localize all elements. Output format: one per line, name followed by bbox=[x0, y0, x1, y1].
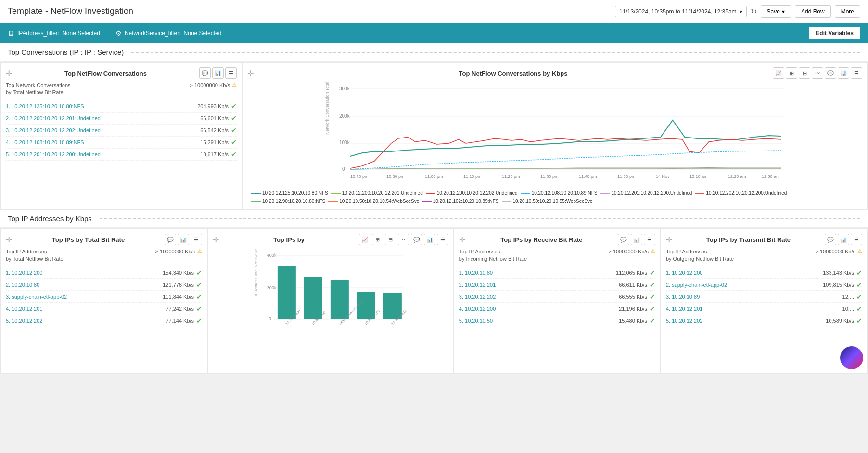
list-item-label[interactable]: 4. 10.20.12.108:10.20.10.89:NFS bbox=[6, 139, 84, 145]
bar-tool-button[interactable]: 📈 bbox=[773, 67, 784, 79]
list-item-label[interactable]: 3. 10.20.12.202 bbox=[459, 294, 496, 300]
list-item-value: 66,611 Kb/s ✔ bbox=[619, 281, 655, 289]
legend-item: 10.20.12.102:10.20.10.89:NFS bbox=[422, 199, 499, 204]
svg-text:12:30 am: 12:30 am bbox=[762, 174, 780, 179]
list-item: 3. 10.20.12.200:10.20.12.202:Undefined 6… bbox=[6, 125, 237, 137]
date-range-selector[interactable]: 11/13/2024, 10:35pm to 11/14/2024, 12:35… bbox=[615, 6, 747, 17]
list-item-label[interactable]: 4. 10.20.12.200 bbox=[459, 306, 496, 312]
bar-tool-button[interactable]: 📊 bbox=[178, 234, 189, 245]
drag-handle[interactable]: ✛ bbox=[666, 235, 672, 244]
svg-text:0: 0 bbox=[342, 166, 345, 172]
chart2-tool-button[interactable]: 📊 bbox=[424, 234, 435, 245]
status-ok-icon: ✔ bbox=[856, 293, 862, 301]
list-item-label[interactable]: 1. 10.20.12.200 bbox=[6, 270, 42, 276]
comment-tool-button[interactable]: 💬 bbox=[618, 234, 629, 245]
list-item-label[interactable]: 2. 10.20.12.200:10.20.12.201:Undefined bbox=[6, 115, 101, 121]
drag-handle[interactable]: ✛ bbox=[6, 69, 12, 78]
legend-item: 10.20.12.202:10.20.12.200:Undefined bbox=[695, 190, 787, 196]
list-item-value: 77,242 Kb/s ✔ bbox=[166, 305, 202, 313]
list-item-label[interactable]: 2. 10.20.12.201 bbox=[459, 282, 496, 288]
menu-tool-button[interactable]: ☰ bbox=[225, 67, 237, 79]
network-filter-link[interactable]: None Selected bbox=[184, 30, 222, 37]
add-row-button[interactable]: Add Row bbox=[795, 5, 831, 18]
edit-variables-button[interactable]: Edit Variables bbox=[809, 27, 860, 39]
list-item-label[interactable]: 4. 10.20.12.201 bbox=[666, 306, 702, 312]
list-item-label[interactable]: 2. supply-chain-etl-app-02 bbox=[666, 282, 727, 288]
refresh-button[interactable]: ↻ bbox=[751, 7, 757, 16]
panel-tools: 📈 ⊞ ⊟ 〰 💬 📊 ☰ bbox=[773, 67, 862, 79]
meta-label: Top Network Conversationsby Total Netflo… bbox=[6, 82, 71, 97]
scatter-tool-button[interactable]: ⊞ bbox=[786, 67, 797, 79]
table-tool-button[interactable]: ⊟ bbox=[385, 234, 396, 245]
list-item-label[interactable]: 2. 10.20.10.80 bbox=[6, 282, 39, 288]
comment-tool-button[interactable]: 💬 bbox=[199, 67, 211, 79]
list-item-label[interactable]: 3. 10.20.12.200:10.20.12.202:Undefined bbox=[6, 127, 101, 133]
list-item-label[interactable]: 3. supply-chain-etl-app-02 bbox=[6, 294, 67, 300]
comment-tool-button[interactable]: 💬 bbox=[411, 234, 422, 245]
menu-tool-button[interactable]: ☰ bbox=[851, 234, 862, 245]
drag-handle[interactable]: ✛ bbox=[247, 69, 254, 78]
list-item-label[interactable]: 3. 10.20.10.89 bbox=[666, 294, 700, 300]
legend-item: 10.20.12.201:10.20.12.200:Undefined bbox=[600, 190, 692, 196]
more-button[interactable]: More bbox=[835, 5, 860, 18]
list-item: 5. 10.20.12.201:10.20.12.200:Undefined 1… bbox=[6, 149, 237, 161]
legend-item: 10.20.12.108:10.20.10.89:NFS bbox=[521, 190, 598, 196]
svg-text:12:10 am: 12:10 am bbox=[689, 174, 708, 179]
drag-handle[interactable]: ✛ bbox=[213, 235, 219, 244]
comment-tool-button[interactable]: 💬 bbox=[165, 234, 176, 245]
menu-tool-button[interactable]: ☰ bbox=[644, 234, 655, 245]
page-title: Template - NetFlow Investigation bbox=[8, 6, 133, 16]
legend-item: 10.20.10.50:10.20.10.54:WebSecSvc bbox=[328, 199, 419, 204]
list-item: 2. supply-chain-etl-app-02 109,815 Kb/s … bbox=[666, 279, 862, 291]
top-header: Template - NetFlow Investigation 11/13/2… bbox=[0, 0, 868, 23]
chart2-tool-button[interactable]: 📊 bbox=[838, 67, 849, 79]
list-meta: Top IP Addressesby Total Netflow Bit Rat… bbox=[6, 248, 202, 263]
ips-receive-list: 1. 10.20.10.80 112,065 Kb/s ✔ 2. 10.20.1… bbox=[459, 267, 655, 327]
list-item-label[interactable]: 5. 10.20.12.202 bbox=[6, 318, 42, 324]
top-ips-total-panel: ✛ Top IPs by Total Bit Rate 💬 📊 ☰ Top IP… bbox=[1, 229, 207, 373]
line-chart-container: 300k 200k 100k 0 Network Conversation To… bbox=[247, 82, 862, 188]
svg-text:11:10 pm: 11:10 pm bbox=[463, 174, 482, 179]
bar-tool-button[interactable]: 📊 bbox=[838, 234, 849, 245]
panel-tools: 💬 📊 ☰ bbox=[199, 67, 237, 79]
list-meta: Top IP Addressesby Outgoing Netflow Bit … bbox=[666, 248, 862, 263]
list-item-label[interactable]: 1. 10.20.12.200 bbox=[666, 270, 702, 276]
list-item-value: 66,601 Kb/s ✔ bbox=[200, 114, 237, 122]
menu-tool-button[interactable]: ☰ bbox=[191, 234, 202, 245]
legend-color bbox=[251, 193, 261, 194]
line-tool-button[interactable]: 〰 bbox=[812, 67, 823, 79]
drag-handle[interactable]: ✛ bbox=[6, 235, 12, 244]
legend-item: 10.20.12.200:10.20.12.202:Undefined bbox=[426, 190, 518, 196]
list-item-label[interactable]: 5. 10.20.10.50 bbox=[459, 318, 493, 324]
bar-chart-tool-button[interactable]: 📊 bbox=[212, 67, 224, 79]
list-item-label[interactable]: 1. 10.20.12.125:10.20.10.80:NFS bbox=[6, 103, 84, 109]
drag-handle[interactable]: ✛ bbox=[459, 235, 465, 244]
menu-tool-button[interactable]: ☰ bbox=[437, 234, 448, 245]
bar-tool-button[interactable]: 📊 bbox=[631, 234, 642, 245]
status-ok-icon: ✔ bbox=[196, 305, 202, 313]
list-item-label[interactable]: 5. 10.20.12.201:10.20.12.200:Undefined bbox=[6, 151, 101, 157]
ip-filter-link[interactable]: None Selected bbox=[62, 30, 100, 37]
table-tool-button[interactable]: ⊟ bbox=[799, 67, 810, 79]
menu-tool-button[interactable]: ☰ bbox=[851, 67, 862, 79]
status-ok-icon: ✔ bbox=[856, 305, 862, 313]
top-ip-section-header: Top IP Addresses by Kbps bbox=[0, 210, 868, 228]
warning-icon: ⚠ bbox=[197, 248, 202, 254]
list-meta: Top IP Addressesby Incoming Netflow Bit … bbox=[459, 248, 655, 263]
legend-color bbox=[521, 193, 530, 194]
bar-chart-svg: 400k 200k 0 IP Address Total Netflow Bit… bbox=[213, 248, 448, 354]
list-item-label[interactable]: 5. 10.20.12.202 bbox=[666, 318, 702, 324]
list-item-label[interactable]: 1. 10.20.10.80 bbox=[459, 270, 493, 276]
save-button[interactable]: Save ▾ bbox=[761, 5, 791, 18]
list-item-label[interactable]: 4. 10.20.12.201 bbox=[6, 306, 42, 312]
comment-tool-button[interactable]: 💬 bbox=[825, 234, 836, 245]
panel-tools: 📈 ⊞ ⊟ 〰 💬 📊 ☰ bbox=[359, 234, 448, 245]
scatter-tool-button[interactable]: ⊞ bbox=[372, 234, 383, 245]
legend-color bbox=[426, 193, 435, 194]
list-item-value: 66,542 Kb/s ✔ bbox=[200, 126, 237, 134]
svg-text:IP Address Total Netflow Bit R: IP Address Total Netflow Bit Rate bbox=[254, 248, 258, 296]
comment-tool-button[interactable]: 💬 bbox=[825, 67, 836, 79]
bar-tool-button[interactable]: 📈 bbox=[359, 234, 370, 245]
line-tool-button[interactable]: 〰 bbox=[398, 234, 409, 245]
list-item-value: 21,196 Kb/s ✔ bbox=[619, 305, 655, 313]
